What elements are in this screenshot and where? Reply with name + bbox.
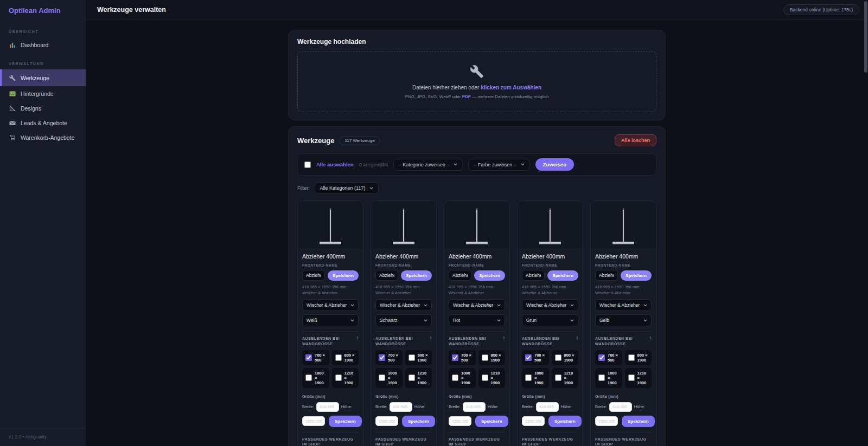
category-select[interactable]: Wischer & Abzieher: [302, 299, 359, 311]
save-name-button[interactable]: Speichern: [474, 270, 505, 281]
size-checkbox[interactable]: [305, 374, 312, 381]
save-size-button[interactable]: Speichern: [329, 416, 362, 427]
wall-size-tile-1000x1900[interactable]: 1000 ×1900: [522, 368, 549, 388]
sidebar-item-dashboard[interactable]: Dashboard: [0, 37, 86, 52]
color-select[interactable]: Grün: [522, 314, 578, 326]
assign-button[interactable]: Zuweisen: [535, 158, 574, 171]
frontend-name-input[interactable]: [375, 270, 398, 281]
size-checkbox[interactable]: [525, 374, 532, 381]
sidebar-item-leads[interactable]: Leads & Angebote: [0, 115, 86, 130]
select-all-label[interactable]: Alle auswählen: [316, 161, 354, 167]
frontend-name-label: FRONTEND-NAME: [522, 263, 578, 267]
wall-size-tile-700x500[interactable]: 700 ×500: [595, 350, 622, 365]
select-all-checkbox[interactable]: [304, 161, 311, 168]
bulk-color-select[interactable]: – Farbe zuweisen –: [468, 159, 530, 171]
wall-size-tile-1210x1900[interactable]: 1210 ×1900: [405, 368, 432, 388]
wall-size-tile-1000x1900[interactable]: 1000 ×1900: [595, 368, 622, 388]
color-select[interactable]: Rot: [449, 314, 505, 326]
save-size-button[interactable]: Speichern: [622, 416, 655, 427]
size-checkbox[interactable]: [555, 374, 561, 381]
size-checkbox[interactable]: [452, 354, 458, 361]
category-select[interactable]: Wischer & Abzieher: [522, 299, 578, 311]
chevron-down-icon: [454, 163, 457, 166]
frontend-name-input[interactable]: [302, 270, 325, 281]
color-select[interactable]: Gelb: [595, 314, 652, 326]
wall-size-tile-700x500[interactable]: 700 ×500: [522, 350, 549, 365]
size-checkbox[interactable]: [598, 354, 605, 361]
height-input[interactable]: [449, 416, 471, 426]
size-checkbox[interactable]: [482, 374, 488, 381]
wall-size-tile-700x500[interactable]: 700 ×500: [302, 350, 329, 365]
wall-size-tile-1000x1900[interactable]: 1000 ×1900: [449, 368, 476, 388]
wall-size-tile-800x1900[interactable]: 800 ×1900: [332, 350, 359, 365]
width-input[interactable]: [316, 402, 339, 412]
width-input[interactable]: [390, 402, 412, 412]
wall-size-tile-1210x1900[interactable]: 1210 ×1900: [625, 368, 652, 388]
size-checkbox[interactable]: [525, 354, 532, 361]
save-size-button[interactable]: Speichern: [402, 416, 435, 427]
category-select[interactable]: Wischer & Abzieher: [595, 299, 652, 311]
width-input[interactable]: [536, 402, 559, 412]
frontend-name-input[interactable]: [522, 270, 545, 281]
wall-size-tile-800x1900[interactable]: 800 ×1900: [478, 350, 506, 365]
frontend-name-input[interactable]: [595, 270, 618, 281]
file-dropzone[interactable]: Dateien hierher ziehen oder klicken zum …: [297, 51, 656, 112]
size-checkbox[interactable]: [379, 354, 385, 361]
sidebar-item-hintergruende[interactable]: Hintergründe: [0, 86, 86, 101]
sidebar-item-designs[interactable]: Designs: [0, 101, 86, 115]
content-scroll-area[interactable]: Werkzeuge hochladen Dateien hierher zieh…: [86, 20, 868, 446]
height-input[interactable]: [302, 416, 325, 426]
save-name-button[interactable]: Speichern: [621, 270, 652, 281]
height-input[interactable]: [375, 416, 398, 426]
bulk-category-select[interactable]: – Kategorie zuweisen –: [393, 159, 463, 171]
sidebar-item-warenkorb[interactable]: Warenkorb-Angebote: [0, 130, 86, 145]
wall-size-tile-800x1900[interactable]: 800 ×1900: [405, 350, 432, 365]
category-filter-select[interactable]: Alle Kategorien (117): [315, 182, 379, 194]
tool-card: Abzieher 400mm FRONTEND-NAME Speichern 4…: [444, 201, 510, 446]
tool-category-meta: Wischer & Abzieher: [302, 290, 359, 296]
size-checkbox[interactable]: [379, 374, 385, 381]
wall-size-tile-800x1900[interactable]: 800 ×1900: [625, 350, 652, 365]
dropzone-browse-link[interactable]: klicken zum Auswählen: [481, 85, 541, 91]
save-size-button[interactable]: Speichern: [548, 416, 582, 427]
size-checkbox[interactable]: [555, 354, 561, 361]
size-label: 1000 ×1900: [388, 371, 399, 385]
size-checkbox[interactable]: [305, 354, 312, 361]
dropzone-hint: — mehrere Dateien gleichzeitig möglich: [472, 94, 548, 99]
height-input[interactable]: [522, 416, 545, 426]
width-input[interactable]: [463, 402, 486, 412]
save-size-button[interactable]: Speichern: [475, 416, 508, 427]
color-select[interactable]: Schwarz: [375, 314, 432, 326]
wall-size-tile-1210x1900[interactable]: 1210 ×1900: [478, 368, 506, 388]
size-checkbox[interactable]: [409, 374, 415, 381]
size-checkbox[interactable]: [335, 354, 342, 361]
category-select[interactable]: Wischer & Abzieher: [375, 299, 432, 311]
wall-size-tile-1000x1900[interactable]: 1000 ×1900: [302, 368, 329, 388]
wall-size-tile-800x1900[interactable]: 800 ×1900: [552, 350, 579, 365]
sidebar-item-werkzeuge[interactable]: Werkzeuge: [0, 69, 86, 86]
width-label: Breite:: [375, 404, 387, 409]
wall-size-tile-700x500[interactable]: 700 ×500: [449, 350, 476, 365]
size-checkbox[interactable]: [628, 374, 635, 381]
frontend-name-input[interactable]: [449, 270, 471, 281]
save-name-button[interactable]: Speichern: [401, 270, 432, 281]
size-checkbox[interactable]: [482, 354, 488, 361]
size-checkbox[interactable]: [452, 374, 458, 381]
wall-size-tile-1000x1900[interactable]: 1000 ×1900: [375, 368, 403, 388]
size-checkbox[interactable]: [409, 354, 415, 361]
size-checkbox[interactable]: [628, 354, 635, 361]
save-name-button[interactable]: Speichern: [328, 270, 359, 281]
height-input[interactable]: [595, 416, 618, 426]
size-checkbox[interactable]: [598, 374, 605, 381]
wall-size-tile-1210x1900[interactable]: 1210 ×1900: [332, 368, 359, 388]
delete-all-button[interactable]: Alle löschen: [615, 134, 656, 146]
wall-size-tile-1210x1900[interactable]: 1210 ×1900: [552, 368, 579, 388]
category-select[interactable]: Wischer & Abzieher: [449, 299, 505, 311]
scrollbar-thumb[interactable]: [864, 1, 867, 73]
size-label: 700 ×500: [608, 353, 618, 363]
width-input[interactable]: [609, 402, 632, 412]
save-name-button[interactable]: Speichern: [547, 270, 578, 281]
size-checkbox[interactable]: [335, 374, 342, 381]
wall-size-tile-700x500[interactable]: 700 ×500: [375, 350, 403, 365]
color-select[interactable]: Weiß: [302, 314, 359, 326]
